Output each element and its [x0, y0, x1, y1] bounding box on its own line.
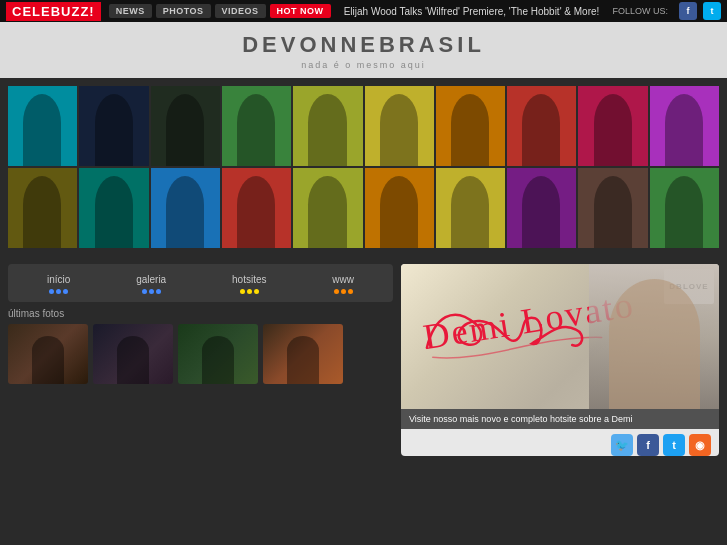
foto-thumb-4[interactable]	[263, 324, 343, 384]
rss-social-icon[interactable]: ◉	[689, 434, 711, 456]
foto-image-2	[93, 324, 173, 384]
foto-thumb-1[interactable]	[8, 324, 88, 384]
lower-section: início galeria hotsites	[0, 256, 727, 456]
menu-www[interactable]: www	[332, 274, 354, 294]
menu-inicio-label: início	[47, 274, 70, 285]
right-panel: DBLOVE Demi Lovato Visite nosso mais nov…	[401, 264, 719, 456]
photo-cell	[8, 86, 77, 166]
dot	[156, 289, 161, 294]
menu-hotsites-label: hotsites	[232, 274, 266, 285]
site-header: DEVONNEBRASIL NADA É O MESMO AQUI	[0, 22, 727, 78]
photo-cell	[293, 168, 362, 248]
menu-inicio-dots	[47, 289, 70, 294]
facebook-social-icon[interactable]: f	[637, 434, 659, 456]
promo-photo	[589, 264, 719, 409]
nav-videos[interactable]: VIDEOS	[215, 4, 266, 18]
follow-us-label: FOLLOW US:	[612, 6, 668, 16]
site-subtitle: NADA É O MESMO AQUI	[0, 60, 727, 70]
dot	[334, 289, 339, 294]
twitter2-social-icon[interactable]: t	[663, 434, 685, 456]
menu-www-dots	[332, 289, 354, 294]
site-title: DEVONNEBRASIL	[0, 32, 727, 58]
dot	[63, 289, 68, 294]
nav-hotnow[interactable]: HOT NOW	[270, 4, 331, 18]
foto-thumb-3[interactable]	[178, 324, 258, 384]
dot	[247, 289, 252, 294]
photo-cell	[650, 86, 719, 166]
left-panel: início galeria hotsites	[8, 264, 393, 456]
dot	[254, 289, 259, 294]
foto-image-1	[8, 324, 88, 384]
photo-cell	[507, 86, 576, 166]
menu-inicio[interactable]: início	[47, 274, 70, 294]
menu-hotsites-dots	[232, 289, 266, 294]
nav-menu: início galeria hotsites	[8, 264, 393, 302]
photo-cell	[222, 168, 291, 248]
photo-banner	[0, 78, 727, 256]
photo-cell	[650, 168, 719, 248]
menu-galeria[interactable]: galeria	[136, 274, 166, 294]
promo-image: DBLOVE Demi Lovato	[401, 264, 719, 409]
photo-cell	[578, 168, 647, 248]
foto-thumb-2[interactable]	[93, 324, 173, 384]
photo-cell	[365, 86, 434, 166]
photo-cell	[79, 168, 148, 248]
facebook-icon[interactable]: f	[679, 2, 697, 20]
dot	[348, 289, 353, 294]
photo-cell	[578, 86, 647, 166]
menu-galeria-label: galeria	[136, 274, 166, 285]
photo-cell	[365, 168, 434, 248]
dot	[341, 289, 346, 294]
menu-galeria-dots	[136, 289, 166, 294]
promo-caption: Visite nosso mais novo e completo hotsit…	[401, 409, 719, 429]
menu-hotsites[interactable]: hotsites	[232, 274, 266, 294]
topbar: CELEBUZZ! NEWS PHOTOS VIDEOS HOT NOW Eli…	[0, 0, 727, 22]
dot	[142, 289, 147, 294]
social-footer: 🐦 f t ◉	[401, 429, 719, 456]
fotos-label: últimas fotos	[8, 308, 393, 319]
photo-cell	[151, 86, 220, 166]
dot	[149, 289, 154, 294]
photo-cell	[79, 86, 148, 166]
nav-news[interactable]: NEWS	[109, 4, 152, 18]
fotos-grid	[8, 324, 393, 384]
photo-cell	[222, 86, 291, 166]
dot	[240, 289, 245, 294]
dot	[56, 289, 61, 294]
twitter-icon[interactable]: t	[703, 2, 721, 20]
photo-cell	[507, 168, 576, 248]
foto-image-4	[263, 324, 343, 384]
fotos-section: últimas fotos	[8, 308, 393, 384]
dot	[49, 289, 54, 294]
photo-cell	[293, 86, 362, 166]
twitter-social-icon[interactable]: 🐦	[611, 434, 633, 456]
menu-www-label: www	[332, 274, 354, 285]
photo-cell	[8, 168, 77, 248]
nav-photos[interactable]: PHOTOS	[156, 4, 211, 18]
photo-cell	[151, 168, 220, 248]
photo-cell	[436, 86, 505, 166]
headline-text: Elijah Wood Talks 'Wilfred' Premiere, 'T…	[335, 6, 609, 17]
foto-image-3	[178, 324, 258, 384]
photo-cell	[436, 168, 505, 248]
logo[interactable]: CELEBUZZ!	[6, 2, 101, 21]
